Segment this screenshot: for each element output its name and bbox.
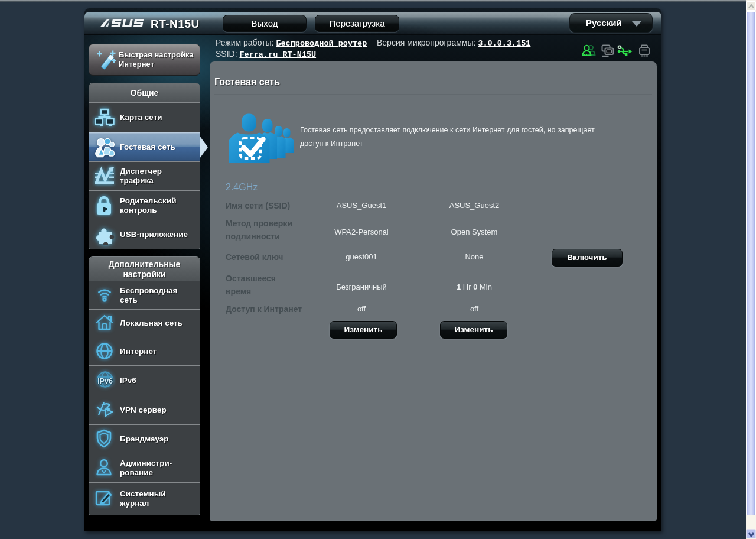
svg-text:IPv6: IPv6: [97, 376, 113, 385]
